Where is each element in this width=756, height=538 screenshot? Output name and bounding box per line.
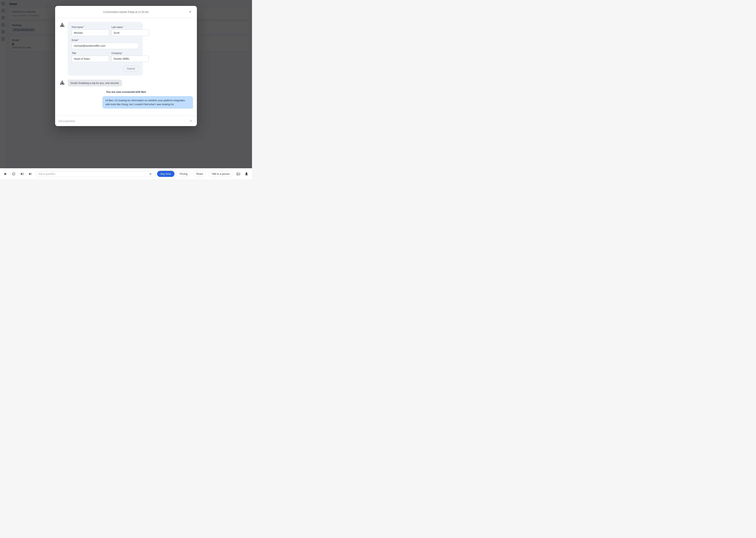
- email-group: Email*: [72, 39, 139, 49]
- company-input[interactable]: [112, 56, 149, 62]
- share-button[interactable]: Share: [193, 171, 207, 177]
- title-input[interactable]: [72, 56, 109, 62]
- last-name-label: Last name*: [112, 26, 149, 28]
- talk-to-person-button[interactable]: Talk to a person: [208, 171, 233, 177]
- bot-text-bubble: Great! Grabbing a rep for you, one secon…: [68, 80, 122, 86]
- bottom-ask-container: [35, 171, 155, 177]
- connected-status: You are now connected with Ben: [59, 90, 193, 93]
- chat-input[interactable]: [58, 119, 187, 123]
- modal-body: First name* Last name*: [55, 18, 197, 116]
- company-label: Company*: [112, 52, 149, 55]
- pricing-button[interactable]: Pricing: [176, 171, 191, 177]
- bot-grab-message-container: Great! Grabbing a rep for you, one secon…: [59, 80, 193, 86]
- skip-button[interactable]: [19, 171, 25, 177]
- user-message-bubble: Hi Ben, I'm looking for information on w…: [102, 96, 193, 109]
- email-input[interactable]: [72, 42, 139, 49]
- last-name-group: Last name*: [112, 26, 149, 36]
- first-name-input[interactable]: [72, 29, 109, 36]
- first-name-group: First name*: [72, 26, 109, 36]
- replay-button[interactable]: [11, 171, 17, 177]
- title-group: Title: [72, 52, 109, 62]
- user-message-container: Hi Ben, I'm looking for information on w…: [59, 96, 193, 109]
- name-row: First name* Last name*: [72, 26, 139, 36]
- first-name-label: First name*: [72, 26, 109, 28]
- cc-button[interactable]: [235, 171, 241, 177]
- close-button[interactable]: ×: [187, 9, 193, 15]
- chat-modal: Conversation started Today at 11:30 am ×: [55, 6, 197, 126]
- modal-header: Conversation started Today at 11:30 am ×: [55, 6, 197, 18]
- bottom-bar: Buy Now Pricing Share Talk to a person: [0, 168, 252, 179]
- company-group: Company*: [112, 52, 149, 62]
- send-button[interactable]: [188, 118, 194, 124]
- modal-overlay: Conversation started Today at 11:30 am ×: [0, 0, 252, 179]
- mute-button[interactable]: [243, 171, 250, 177]
- contact-form: First name* Last name*: [68, 22, 143, 76]
- volume-button[interactable]: [27, 171, 33, 177]
- bottom-send-button[interactable]: [149, 172, 152, 176]
- title-company-row: Title Company*: [72, 52, 139, 62]
- bot-avatar-1: [59, 22, 65, 28]
- modal-footer: [55, 116, 197, 126]
- buy-now-button[interactable]: Buy Now: [157, 171, 174, 177]
- bot-avatar-2: [59, 80, 65, 86]
- bot-form-message: First name* Last name*: [59, 22, 193, 76]
- last-name-input[interactable]: [112, 29, 149, 36]
- title-label: Title: [72, 52, 109, 55]
- modal-title: Conversation started Today at 11:30 am: [65, 11, 187, 13]
- play-button[interactable]: [2, 171, 9, 177]
- bottom-ask-input[interactable]: [38, 172, 149, 175]
- chat-input-container: [58, 118, 194, 124]
- submit-button[interactable]: Submit: [123, 66, 139, 72]
- svg-rect-0: [23, 173, 23, 175]
- email-label: Email*: [72, 39, 139, 41]
